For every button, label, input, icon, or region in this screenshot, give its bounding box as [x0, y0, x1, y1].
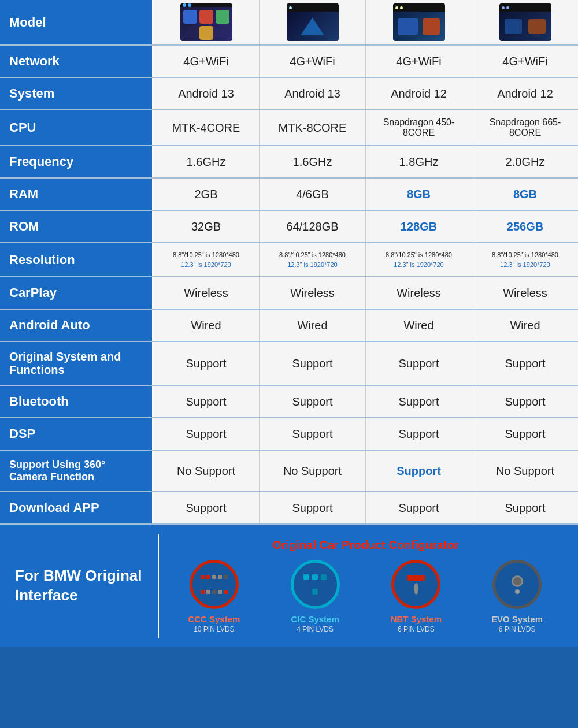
row-dsp: DSP Support Support Support Support: [0, 418, 578, 451]
ram-val-1: 2GB: [153, 179, 260, 210]
label-dsp: DSP: [0, 418, 153, 450]
androidauto-val-1: Wired: [153, 310, 260, 341]
dsp-label-text: DSP: [9, 426, 35, 441]
camera360-val-2: No Support: [260, 451, 366, 491]
evo-connector-icon: [492, 560, 542, 609]
row-cpu: CPU MTK-4CORE MTK-8CORE Snapdragon 450-8…: [0, 110, 578, 146]
ram-label-text: RAM: [9, 187, 38, 202]
cpu-val-4: Snapdragon 665-8CORE: [472, 110, 578, 145]
model-images-row: [153, 0, 578, 44]
label-androidauto: Android Auto: [0, 310, 153, 341]
bluetooth-val-3: Support: [366, 386, 472, 417]
carplay-val-3: Wireless: [366, 277, 472, 309]
frequency-val-4: 2.0GHz: [472, 146, 578, 177]
ram-values: 2GB 4/6GB 8GB 8GB: [153, 179, 578, 210]
bmw-system-evo: EVO System 6 PIN LVDS: [473, 560, 562, 633]
original-val-1: Support: [153, 342, 260, 385]
model-2-screen: [287, 3, 339, 41]
nbt-system-label: NBT System: [391, 614, 442, 625]
row-system: System Android 13 Android 13 Android 12 …: [0, 78, 578, 110]
cic-system-label: CIC System: [291, 614, 339, 625]
cpu-val-1: MTK-4CORE: [153, 110, 260, 145]
model-2-image: [260, 0, 366, 44]
network-values: 4G+WiFi 4G+WiFi 4G+WiFi 4G+WiFi: [153, 46, 578, 77]
rom-values: 32GB 64/128GB 128GB 256GB: [153, 211, 578, 242]
cpu-val-3: Snapdragon 450-8CORE: [366, 110, 472, 145]
ram-val-2: 4/6GB: [260, 179, 366, 210]
resolution-line1-3: 8.8"/10.25" is 1280*480: [386, 250, 452, 260]
label-system: System: [0, 78, 153, 109]
original-val-4: Support: [472, 342, 578, 385]
cic-system-sub: 4 PIN LVDS: [297, 625, 334, 633]
cic-connector-icon: [291, 560, 340, 609]
camera360-val-3: Support: [366, 451, 472, 491]
dsp-val-4: Support: [472, 418, 578, 450]
bmw-systems-container: Original Car Product Configurator: [159, 534, 572, 638]
network-val-2: 4G+WiFi: [260, 46, 366, 77]
bluetooth-label-text: Bluetooth: [9, 394, 69, 409]
camera360-val-1: No Support: [153, 451, 260, 491]
row-camera360: Support Using 360° Camera Function No Su…: [0, 451, 578, 492]
label-rom: ROM: [0, 211, 153, 242]
label-network: Network: [0, 46, 153, 77]
ccc-system-label: CCC System: [188, 614, 240, 625]
ccc-connector-icon: [190, 560, 239, 609]
resolution-line2-2: 12.3" is 1920*720: [279, 260, 346, 270]
model-1-image: [153, 0, 260, 44]
ccc-system-sub: 10 PIN LVDS: [194, 625, 234, 633]
model-1-screen: [180, 3, 232, 41]
downloadapp-label-text: Download APP: [9, 500, 99, 515]
system-val-2: Android 13: [260, 78, 366, 109]
rom-label-text: ROM: [9, 219, 39, 234]
resolution-val-1: 8.8"/10.25" is 1280*480 12.3" is 1920*72…: [153, 243, 260, 276]
network-val-1: 4G+WiFi: [153, 46, 260, 77]
system-val-4: Android 12: [472, 78, 578, 109]
carplay-label-text: CarPlay: [9, 285, 57, 300]
resolution-line2-3: 12.3" is 1920*720: [386, 260, 452, 270]
label-bluetooth: Bluetooth: [0, 386, 153, 417]
downloadapp-val-1: Support: [153, 492, 260, 523]
row-frequency: Frequency 1.6GHz 1.6GHz 1.8GHz 2.0GHz: [0, 146, 578, 179]
downloadapp-val-2: Support: [260, 492, 366, 523]
frequency-values: 1.6GHz 1.6GHz 1.8GHz 2.0GHz: [153, 146, 578, 177]
bmw-section: For BMW Original Interface Original Car …: [0, 525, 578, 647]
network-val-4: 4G+WiFi: [472, 46, 578, 77]
label-camera360: Support Using 360° Camera Function: [0, 451, 153, 491]
resolution-line1-2: 8.8"/10.25" is 1280*480: [279, 250, 346, 260]
rom-val-1: 32GB: [153, 211, 260, 242]
original-val-3: Support: [366, 342, 472, 385]
downloadapp-val-3: Support: [366, 492, 472, 523]
row-downloadapp: Download APP Support Support Support Sup…: [0, 492, 578, 525]
nbt-system-sub: 6 PIN LVDS: [398, 625, 435, 633]
bmw-system-cic: CIC System 4 PIN LVDS: [271, 560, 360, 633]
carplay-val-4: Wireless: [472, 277, 578, 309]
rom-val-2: 64/128GB: [260, 211, 366, 242]
androidauto-val-2: Wired: [260, 310, 366, 341]
dsp-val-3: Support: [366, 418, 472, 450]
system-val-3: Android 12: [366, 78, 472, 109]
system-values: Android 13 Android 13 Android 12 Android…: [153, 78, 578, 109]
label-cpu: CPU: [0, 110, 153, 145]
bluetooth-values: Support Support Support Support: [153, 386, 578, 417]
ram-val-4: 8GB: [472, 179, 578, 210]
row-network: Network 4G+WiFi 4G+WiFi 4G+WiFi 4G+WiFi: [0, 46, 578, 78]
cpu-val-2: MTK-8CORE: [260, 110, 366, 145]
model-3-screen: [393, 3, 445, 41]
bmw-label: For BMW Original Interface: [6, 534, 159, 638]
camera360-label-text: Support Using 360° Camera Function: [9, 459, 143, 483]
resolution-line2-4: 12.3" is 1920*720: [492, 260, 558, 270]
model-label-text: Model: [9, 15, 46, 30]
carplay-val-1: Wireless: [153, 277, 260, 309]
frequency-val-1: 1.6GHz: [153, 146, 260, 177]
androidauto-val-3: Wired: [366, 310, 472, 341]
cpu-label-text: CPU: [9, 120, 36, 135]
comparison-table: Model: [0, 0, 578, 647]
evo-system-label: EVO System: [491, 614, 543, 625]
label-original: Original System and Functions: [0, 342, 153, 385]
nbt-connector-icon: [391, 560, 440, 609]
bluetooth-val-4: Support: [472, 386, 578, 417]
row-model: Model: [0, 0, 578, 46]
downloadapp-val-4: Support: [472, 492, 578, 523]
bmw-icons-row: CCC System 10 PIN LVDS: [164, 560, 568, 633]
ram-val-3: 8GB: [366, 179, 472, 210]
